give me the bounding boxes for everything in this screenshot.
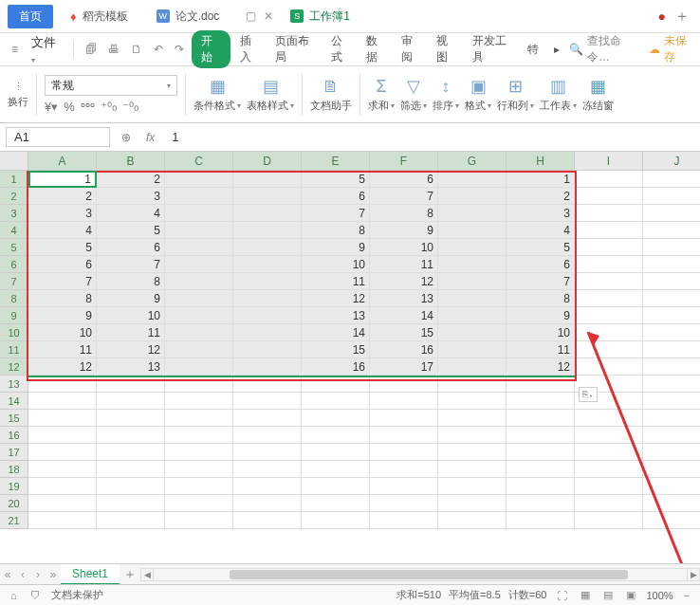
cell[interactable]: 1 — [507, 171, 575, 188]
cell[interactable] — [97, 461, 165, 478]
menu-insert[interactable]: 插入 — [234, 33, 266, 65]
cell[interactable]: 2 — [507, 188, 575, 205]
cell[interactable] — [507, 444, 575, 461]
cell[interactable] — [233, 427, 302, 444]
cell[interactable] — [643, 273, 700, 290]
cell[interactable] — [233, 393, 302, 410]
tab-doc[interactable]: W论文.doc — [145, 5, 231, 28]
cell[interactable]: 13 — [370, 290, 438, 307]
row-header-2[interactable]: 2 — [0, 188, 28, 205]
col-header-B[interactable]: B — [97, 152, 165, 171]
cell[interactable] — [643, 290, 700, 307]
cell[interactable] — [233, 495, 302, 512]
cell[interactable] — [233, 478, 302, 495]
row-header-14[interactable]: 14 — [0, 393, 28, 410]
cell[interactable] — [302, 512, 370, 529]
row-header-7[interactable]: 7 — [0, 273, 28, 290]
col-header-H[interactable]: H — [507, 152, 575, 171]
cell[interactable]: 13 — [302, 307, 370, 324]
cell[interactable]: 9 — [302, 239, 370, 256]
horizontal-scrollbar[interactable]: ◀ ▶ — [140, 568, 700, 581]
cell[interactable] — [28, 410, 97, 427]
cell[interactable] — [643, 410, 700, 427]
cell[interactable] — [507, 393, 575, 410]
sheet-nav-next[interactable]: › — [30, 568, 46, 581]
cell[interactable] — [233, 290, 302, 307]
cell[interactable] — [302, 393, 370, 410]
cell[interactable] — [165, 171, 233, 188]
cell[interactable] — [575, 290, 643, 307]
cell[interactable] — [575, 171, 643, 188]
cell[interactable]: 8 — [302, 222, 370, 239]
cell[interactable] — [165, 410, 233, 427]
cell[interactable]: 7 — [507, 273, 575, 290]
cell[interactable] — [575, 358, 643, 376]
menu-review[interactable]: 审阅 — [396, 33, 427, 65]
cell[interactable] — [643, 239, 700, 256]
cell[interactable] — [575, 341, 643, 358]
cell[interactable] — [165, 290, 233, 307]
cell[interactable] — [438, 256, 507, 273]
save-icon[interactable]: 🗐 — [82, 43, 101, 56]
cell[interactable]: 12 — [97, 341, 165, 358]
cell[interactable] — [575, 273, 643, 290]
cell[interactable] — [575, 495, 643, 512]
cell[interactable] — [575, 239, 643, 256]
cell[interactable] — [575, 205, 643, 222]
cell[interactable]: 10 — [507, 324, 575, 341]
cell[interactable] — [233, 376, 302, 393]
cell[interactable] — [165, 376, 233, 393]
cell[interactable]: 7 — [97, 256, 165, 273]
record-icon[interactable]: ⌂ — [8, 590, 20, 601]
cell[interactable] — [370, 427, 438, 444]
cell[interactable] — [507, 478, 575, 495]
cell[interactable] — [643, 358, 700, 376]
undo-icon[interactable]: ↶ — [150, 43, 167, 56]
cell[interactable]: 8 — [507, 290, 575, 307]
tab-spreadsheet[interactable]: S工作簿1 — [279, 5, 361, 28]
cell[interactable] — [97, 495, 165, 512]
cell[interactable] — [97, 512, 165, 529]
cell[interactable]: 5 — [28, 239, 97, 256]
cell[interactable] — [370, 478, 438, 495]
cell[interactable]: 8 — [28, 290, 97, 307]
cell[interactable]: 6 — [370, 171, 438, 188]
cell[interactable] — [165, 444, 233, 461]
cell[interactable]: 10 — [302, 256, 370, 273]
search-command[interactable]: 🔍查找命令… — [569, 33, 636, 65]
cell[interactable] — [233, 273, 302, 290]
cell[interactable]: 9 — [370, 222, 438, 239]
cell[interactable] — [302, 461, 370, 478]
formula-input[interactable]: 1 — [164, 130, 700, 144]
cell[interactable] — [438, 512, 507, 529]
cell[interactable] — [370, 393, 438, 410]
close-doc-icon[interactable]: ✕ — [264, 9, 273, 23]
cell[interactable] — [643, 341, 700, 358]
cell[interactable]: 10 — [370, 239, 438, 256]
cell[interactable] — [643, 307, 700, 324]
cell[interactable] — [97, 376, 165, 393]
cell[interactable] — [438, 461, 507, 478]
cell[interactable] — [438, 290, 507, 307]
cell[interactable]: 9 — [97, 290, 165, 307]
scroll-right-button[interactable]: ▶ — [687, 568, 700, 581]
row-header-3[interactable]: 3 — [0, 205, 28, 222]
worksheet-button[interactable]: ▥工作表▾ — [540, 76, 577, 113]
cell[interactable] — [438, 495, 507, 512]
col-header-E[interactable]: E — [302, 152, 370, 171]
cell[interactable]: 7 — [370, 188, 438, 205]
cell[interactable] — [28, 461, 97, 478]
row-header-4[interactable]: 4 — [0, 222, 28, 239]
rowcol-button[interactable]: ⊞行和列▾ — [497, 76, 534, 113]
sheet-tab[interactable]: Sheet1 — [61, 564, 120, 585]
cell[interactable]: 12 — [507, 358, 575, 376]
menu-icon[interactable]: ≡ — [8, 43, 22, 56]
row-header-18[interactable]: 18 — [0, 461, 28, 478]
menu-start[interactable]: 开始 — [192, 30, 230, 68]
scroll-left-button[interactable]: ◀ — [140, 568, 154, 581]
cell[interactable] — [507, 512, 575, 529]
cell[interactable] — [165, 239, 233, 256]
cell[interactable] — [438, 478, 507, 495]
cell[interactable] — [165, 222, 233, 239]
cell[interactable] — [302, 495, 370, 512]
